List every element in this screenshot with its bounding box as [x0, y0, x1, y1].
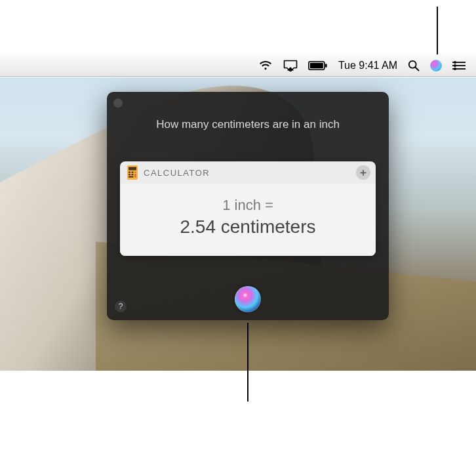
notification-center-icon[interactable]: [452, 61, 466, 70]
spotlight-search-icon[interactable]: [408, 60, 420, 72]
siri-listen-button[interactable]: [235, 286, 261, 312]
svg-rect-15: [134, 172, 136, 173]
svg-point-8: [454, 61, 456, 64]
result-card-body: 1 inch = 2.54 centimeters: [120, 184, 376, 256]
svg-line-4: [416, 67, 419, 70]
svg-rect-2: [325, 64, 327, 68]
add-result-button[interactable]: ＋: [356, 165, 370, 180]
result-line-1: 1 inch =: [127, 197, 369, 214]
calculator-icon: [125, 165, 140, 180]
svg-rect-13: [129, 172, 130, 173]
svg-rect-19: [129, 176, 134, 177]
result-source-label: CALCULATOR: [144, 168, 356, 178]
siri-menubar-icon[interactable]: [430, 60, 442, 72]
airplay-icon[interactable]: [283, 60, 298, 72]
help-button[interactable]: ?: [115, 300, 127, 312]
menubar: Tue 9:41 AM: [0, 54, 476, 77]
siri-query-text: How many centimeters are in an inch: [107, 118, 389, 131]
wifi-icon[interactable]: [258, 60, 273, 71]
screenshot-canvas: Tue 9:41 AM How many centimeters are in …: [0, 0, 476, 475]
close-button[interactable]: [113, 98, 123, 108]
battery-icon[interactable]: [308, 61, 328, 70]
callout-line-bottom: [247, 323, 248, 402]
svg-rect-16: [129, 174, 130, 175]
siri-result-card: CALCULATOR ＋ 1 inch = 2.54 centimeters: [120, 161, 376, 256]
svg-rect-14: [132, 172, 134, 173]
svg-point-9: [454, 64, 456, 67]
svg-rect-1: [310, 62, 323, 68]
result-card-header: CALCULATOR ＋: [120, 161, 376, 184]
siri-window: How many centimeters are in an inch CALC…: [107, 92, 389, 320]
svg-rect-17: [132, 174, 134, 175]
svg-rect-12: [129, 167, 136, 171]
svg-point-10: [454, 68, 456, 70]
result-line-2: 2.54 centimeters: [127, 217, 369, 238]
callout-line-top: [437, 7, 438, 54]
plus-icon: ＋: [358, 166, 368, 180]
svg-rect-18: [134, 174, 136, 178]
menubar-datetime[interactable]: Tue 9:41 AM: [338, 60, 397, 72]
siri-icon: [235, 286, 261, 312]
siri-icon: [430, 60, 442, 72]
